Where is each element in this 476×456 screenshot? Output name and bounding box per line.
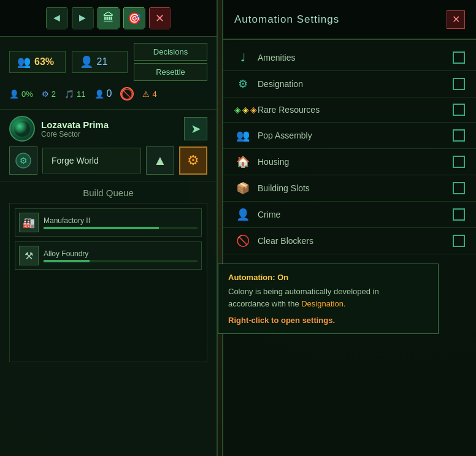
left-panel: ◄ ► 🏛 🎯 ✕ 👥 63% 👤 21 Decisions Resettle …: [0, 0, 218, 456]
planet-info: Lozavata Prima Core Sector: [9, 116, 109, 142]
automation-close-button[interactable]: ✕: [447, 10, 465, 29]
planet-section: Lozavata Prima Core Sector ➤ ⚙ Forge Wor…: [0, 110, 217, 181]
crime-icon: 👤: [94, 89, 104, 99]
building-slots-checkbox[interactable]: [453, 182, 465, 194]
queue-name-2: Alloy Foundry: [44, 249, 198, 258]
queue-icon-2: ⚒: [19, 246, 39, 265]
rare-resources-auto-icon: ◈ ◈ ◈: [234, 105, 251, 115]
queue-name-1: Manufactory II: [44, 216, 198, 225]
automation-building-slots-row: 📦 Building Slots: [223, 175, 476, 202]
queue-icon-1: 🏭: [19, 213, 39, 232]
tooltip-title: Automation: On: [228, 273, 428, 282]
queue-item-1: 🏭 Manufactory II: [15, 208, 202, 237]
nav-colony-button[interactable]: 🏛: [98, 7, 120, 29]
designation-checkbox[interactable]: [453, 78, 465, 90]
queue-progress-fill-1: [44, 227, 159, 229]
deficit-icon: ⚠: [142, 89, 150, 99]
automation-clear-blockers-row: 🚫 Clear Blockers: [223, 228, 476, 254]
population-stat-box: 👤 21: [72, 51, 128, 73]
amenities-warning-icon: 🚫: [120, 87, 134, 101]
resource2-stat: 🎵 11: [64, 89, 85, 99]
forge-automation-button[interactable]: ⚙: [179, 146, 207, 175]
pop-assembly-checkbox[interactable]: [453, 129, 465, 142]
rare-resources-checkbox[interactable]: [453, 104, 465, 116]
population-icon: 👤: [80, 55, 93, 69]
designation-auto-label: Designation: [258, 79, 447, 89]
automation-list: ♩ Amenities ⚙ Designation ◈ ◈ ◈ Rare Res…: [223, 40, 476, 259]
forge-icon: ⚙: [9, 146, 37, 175]
unemployed-icon: 👤: [9, 89, 19, 99]
automation-settings-panel: Automation Settings ✕ ♩ Amenities ⚙ Desi…: [222, 0, 476, 456]
resource1-value: 2: [52, 89, 56, 99]
pop-assembly-auto-icon: 👥: [234, 129, 251, 142]
unemployed-value: 0%: [21, 89, 33, 99]
clear-blockers-auto-icon: 🚫: [234, 234, 251, 248]
queue-progress-fill-2: [44, 260, 90, 262]
deficit-value: 4: [152, 89, 156, 99]
building-slots-auto-icon: 📦: [234, 181, 251, 195]
svg-text:⚙: ⚙: [20, 156, 28, 165]
crime-stat: 👤 0: [94, 88, 112, 99]
building-slots-auto-label: Building Slots: [258, 183, 447, 193]
housing-auto-label: Housing: [258, 157, 447, 167]
amenities-checkbox[interactable]: [453, 51, 465, 64]
planet-name: Lozavata Prima: [41, 120, 109, 130]
build-queue-section: Build Queue 🏭 Manufactory II ⚒ Alloy Fou…: [0, 181, 217, 368]
resource1-stat: ⚙ 2: [42, 89, 56, 99]
build-queue-content: 🏭 Manufactory II ⚒ Alloy Foundry: [9, 203, 207, 362]
crime-auto-icon: 👤: [234, 208, 251, 221]
resettle-button[interactable]: Resettle: [134, 63, 207, 81]
stats-area: 👥 63% 👤 21 Decisions Resettle 👤 0% ⚙ 2: [0, 37, 217, 110]
secondary-stats-row: 👤 0% ⚙ 2 🎵 11 👤 0 🚫 ⚠ 4: [9, 85, 207, 103]
nav-bar: ◄ ► 🏛 🎯 ✕: [0, 0, 217, 37]
automation-header: Automation Settings ✕: [223, 0, 476, 40]
resource2-icon: 🎵: [64, 89, 74, 99]
population-value: 21: [97, 56, 108, 67]
decisions-button[interactable]: Decisions: [134, 43, 207, 61]
automation-title: Automation Settings: [234, 13, 339, 26]
crime-auto-label: Crime: [258, 210, 447, 219]
nav-prev-button[interactable]: ◄: [46, 7, 68, 29]
designation-auto-icon: ⚙: [234, 77, 251, 91]
forge-world-label: Forge World: [42, 148, 141, 173]
build-queue-title: Build Queue: [9, 188, 207, 198]
queue-progress-2: [44, 260, 198, 262]
crime-checkbox[interactable]: [453, 208, 465, 221]
automation-crime-row: 👤 Crime: [223, 202, 476, 228]
tooltip-body: Colony is being automatically developed …: [228, 286, 428, 310]
nav-next-button[interactable]: ►: [72, 7, 94, 29]
resource1-icon: ⚙: [42, 89, 49, 99]
svg-point-0: [14, 121, 30, 137]
crime-value: 0: [107, 88, 112, 99]
pop-assembly-auto-label: Pop Assembly: [258, 131, 447, 140]
tooltip-designation-link: Designation: [301, 299, 344, 308]
nav-close-button[interactable]: ✕: [149, 7, 171, 29]
nav-target-button[interactable]: 🎯: [123, 7, 145, 29]
happiness-stat-box: 👥 63%: [9, 51, 66, 73]
queue-item-2: ⚒ Alloy Foundry: [15, 241, 202, 270]
happiness-icon: 👥: [17, 55, 31, 69]
tooltip-action: Right-click to open settings.: [228, 316, 428, 325]
housing-checkbox[interactable]: [453, 156, 465, 168]
unemployed-stat: 👤 0%: [9, 89, 33, 99]
planet-icon: [9, 116, 35, 142]
automation-rare-resources-row: ◈ ◈ ◈ Rare Resources: [223, 97, 476, 123]
clear-blockers-auto-label: Clear Blockers: [258, 236, 447, 246]
planet-navigate-button[interactable]: ➤: [184, 117, 207, 140]
clear-blockers-checkbox[interactable]: [453, 235, 465, 247]
deficit-stat: ⚠ 4: [142, 89, 156, 99]
amenities-auto-icon: ♩: [234, 51, 251, 64]
tooltip-right-click-label: Right-click: [228, 316, 269, 325]
automation-housing-row: 🏠 Housing: [223, 149, 476, 175]
queue-progress-1: [44, 227, 198, 229]
forge-upgrade-button[interactable]: ▲: [146, 146, 174, 175]
automation-designation-row: ⚙ Designation: [223, 71, 476, 97]
happiness-value: 63%: [34, 56, 54, 67]
rare-resources-auto-label: Rare Resources: [258, 105, 447, 115]
automation-tooltip: Automation: On Colony is being automatic…: [218, 264, 439, 334]
housing-auto-icon: 🏠: [234, 155, 251, 169]
amenities-auto-label: Amenities: [258, 53, 447, 63]
planet-type: Core Sector: [41, 130, 109, 139]
resource2-value: 11: [77, 89, 85, 99]
automation-amenities-row: ♩ Amenities: [223, 45, 476, 71]
